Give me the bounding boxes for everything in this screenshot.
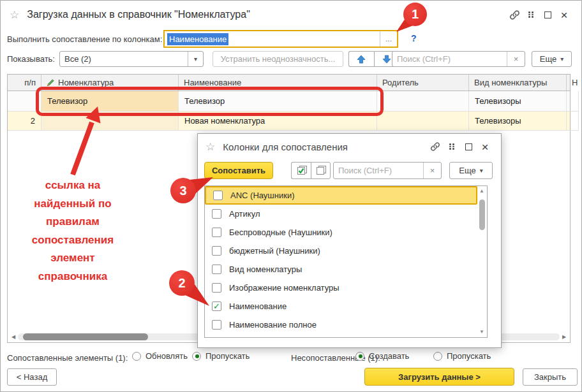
list-item[interactable]: Наименование полное [205, 316, 487, 334]
scrollbar-thumb[interactable] [23, 333, 148, 340]
back-button[interactable]: < Назад [7, 368, 57, 386]
mapping-columns-input[interactable]: Наименование ... [163, 30, 398, 48]
scrollbar-thumb[interactable] [479, 200, 485, 230]
radio-skip-matched[interactable]: Пропускать [192, 351, 250, 361]
radio-icon [355, 352, 364, 361]
search-input[interactable] [334, 163, 423, 178]
cell-name[interactable]: Новая номенклатура [179, 112, 377, 131]
list-item[interactable]: Вид номенклатуры [205, 260, 487, 279]
radio-skip-unmatched[interactable]: Пропускать [433, 351, 491, 361]
checkbox-checked[interactable]: ✓ [212, 301, 221, 311]
cell-truncated[interactable] [567, 112, 579, 131]
checkbox[interactable] [212, 209, 221, 219]
list-item[interactable]: ANC (Наушники) [205, 186, 477, 205]
cell-kind[interactable]: Телевизоры [469, 112, 567, 131]
checkbox[interactable] [212, 246, 221, 256]
cell-name[interactable]: Телевизор [179, 91, 377, 112]
favorite-star-icon[interactable]: ☆ [10, 8, 19, 22]
search-clear-icon[interactable]: × [423, 163, 441, 178]
flag-buttons [291, 162, 331, 179]
radio-icon [433, 352, 442, 361]
column-header-truncated[interactable]: Н [567, 75, 582, 91]
minimize-icon[interactable] [539, 6, 556, 23]
cell-nomenclature[interactable] [41, 112, 179, 131]
main-search: × [392, 51, 525, 67]
cell-nomenclature[interactable]: Телевизор [41, 91, 179, 112]
list-item[interactable]: Артикул [205, 205, 487, 223]
show-filter-value: Все (2) [60, 54, 188, 64]
radio-update[interactable]: Обновлять [132, 351, 188, 361]
choose-columns-button[interactable]: ... [380, 31, 397, 47]
search-clear-icon[interactable]: × [507, 52, 525, 66]
cell-num[interactable] [8, 91, 41, 112]
pencil-icon [47, 78, 55, 87]
check-all-icon[interactable] [291, 162, 311, 179]
scrollbar-track[interactable] [479, 196, 485, 328]
checkbox[interactable] [212, 320, 221, 330]
page-title: Загрузка данных в справочник "Номенклату… [27, 9, 250, 20]
table-row[interactable]: 2 Новая номенклатура Телевизоры [8, 112, 570, 131]
close-icon[interactable]: × [477, 138, 493, 155]
checkbox[interactable] [212, 228, 221, 237]
annotation-note: ссылка на найденный по правилам сопостав… [12, 177, 133, 286]
list-item[interactable]: Беспроводные (Наушники) [205, 223, 487, 242]
map-button[interactable]: Сопоставить [204, 162, 273, 179]
column-header-parent[interactable]: Родитель [377, 75, 469, 91]
chevron-down-icon: ▾ [480, 167, 483, 174]
radio-icon [192, 352, 201, 361]
columns-list: ANC (Наушники) Артикул Беспроводные (Нау… [204, 185, 488, 338]
chevron-down-icon: ▾ [560, 55, 563, 62]
cell-parent[interactable] [377, 91, 469, 112]
radio-create[interactable]: Создавать [355, 351, 409, 361]
checkbox[interactable] [212, 265, 221, 274]
load-data-button[interactable]: Загрузить данные > [364, 368, 514, 386]
help-icon[interactable]: ? [411, 33, 417, 43]
mapping-columns-label: Выполнить сопоставление по колонкам: [7, 34, 162, 44]
chevron-down-icon[interactable]: ▾ [188, 52, 203, 66]
annotation-marker-3: 3 [170, 178, 196, 203]
title-bar: ☆ Загрузка данных в справочник "Номенкла… [1, 1, 581, 29]
column-header-name[interactable]: Наименование [179, 75, 377, 91]
show-label: Показывать: [7, 54, 55, 64]
mapping-columns-value: Наименование [167, 33, 228, 45]
dialog-title-bar: ☆ Колонки для сопоставления × [198, 134, 501, 159]
show-filter-select[interactable]: Все (2) ▾ [59, 51, 204, 67]
link-icon[interactable] [427, 138, 444, 155]
dialog-search: × [333, 162, 442, 179]
vertical-scrollbar[interactable]: ▲ ▼ [477, 187, 486, 337]
more-button[interactable]: Еще ▾ [532, 51, 572, 67]
cell-parent[interactable] [377, 112, 469, 131]
favorite-star-icon[interactable]: ☆ [205, 140, 215, 154]
scroll-up-icon[interactable]: ▲ [479, 187, 484, 196]
scroll-right-icon[interactable]: ▶ [560, 334, 569, 340]
cell-num[interactable]: 2 [8, 112, 41, 131]
move-up-button[interactable] [348, 51, 374, 67]
column-header-kind[interactable]: Вид номенклатуры [469, 75, 567, 91]
list-item[interactable]: Изображение номенклатуры [205, 279, 487, 297]
arrow-down-icon [382, 55, 391, 64]
scroll-left-icon[interactable]: ◀ [9, 334, 18, 340]
cell-truncated[interactable] [567, 91, 579, 112]
column-header-num[interactable]: п/п [8, 75, 41, 91]
close-button[interactable]: Закрыть [523, 368, 578, 386]
checkbox[interactable] [213, 191, 223, 200]
table-row[interactable]: Телевизор Телевизор Телевизоры [8, 91, 570, 112]
close-icon[interactable]: × [556, 6, 572, 23]
columns-dialog: ☆ Колонки для сопоставления × Сопоставит… [197, 133, 502, 348]
link-icon[interactable] [506, 6, 523, 23]
list-item[interactable]: бюджетный (Наушники) [205, 242, 487, 260]
search-input[interactable] [392, 52, 507, 66]
column-header-nomenclature[interactable]: Номенклатура [41, 75, 179, 91]
more-button[interactable]: Еще ▾ [449, 162, 493, 179]
annotation-marker-1: 1 [403, 3, 427, 26]
minimize-icon[interactable] [460, 138, 477, 155]
menu-kebab-icon[interactable] [523, 6, 539, 23]
uncheck-all-icon[interactable] [311, 162, 331, 179]
scroll-down-icon[interactable]: ▼ [479, 328, 484, 337]
disambiguate-button[interactable]: Устранить неоднозначность... [213, 51, 343, 67]
list-item[interactable]: ✓ Наименование [205, 297, 487, 316]
checkbox[interactable] [212, 283, 221, 293]
menu-kebab-icon[interactable] [444, 138, 460, 155]
cell-kind[interactable]: Телевизоры [469, 91, 567, 112]
arrow-up-icon [357, 55, 366, 64]
